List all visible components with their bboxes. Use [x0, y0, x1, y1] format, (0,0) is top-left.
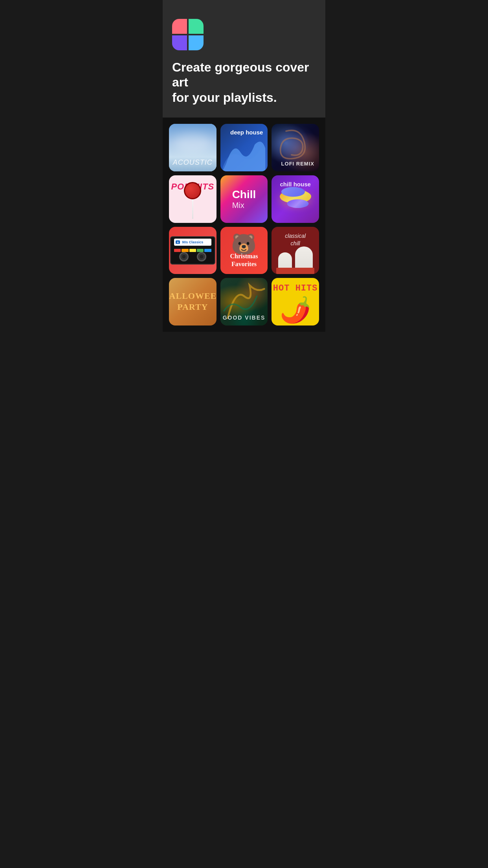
- cover-art-grid: ACOUSTIC deep house LOFI REMIX POP HITS: [163, 118, 325, 332]
- orb-blue: [287, 199, 308, 208]
- deep-house-label: deep house: [230, 129, 263, 136]
- orbs-container: [272, 175, 319, 223]
- chill-mix-label: Chill Mix: [232, 188, 256, 210]
- busts-area: [272, 243, 319, 274]
- halloween-label: HALLOWEENPARTY: [169, 291, 216, 313]
- card-90s-classics[interactable]: 90s Classics: [169, 227, 216, 274]
- orb-purple-top: [281, 187, 305, 197]
- headline-line1: Create gorgeous cover art: [172, 60, 309, 89]
- good-vibes-label: GOOD VIBES: [220, 314, 268, 321]
- page-title: Create gorgeous cover art for your playl…: [172, 60, 316, 105]
- cassette-wrapper: 90s Classics: [169, 227, 216, 274]
- header-section: Create gorgeous cover art for your playl…: [163, 0, 325, 118]
- icon-cell-pink: [172, 19, 187, 34]
- chill-title: Chill: [232, 188, 256, 201]
- icon-cell-purple: [172, 35, 187, 50]
- card-deep-house[interactable]: deep house: [220, 124, 268, 171]
- chili-icon: 🌶️: [280, 297, 311, 322]
- bust-platform: [276, 268, 314, 274]
- bear-icon: 🐻: [231, 234, 257, 254]
- lofi-label: LOFI REMIX: [281, 161, 314, 167]
- lollipop-icon: [184, 182, 201, 219]
- christmas-label: Christmas Favorites: [220, 252, 268, 269]
- icon-cell-blue: [189, 35, 204, 50]
- mix-subtitle: Mix: [232, 201, 256, 210]
- acoustic-label: ACOUSTIC: [169, 154, 216, 171]
- card-acoustic[interactable]: ACOUSTIC: [169, 124, 216, 171]
- lollipop-stick: [192, 199, 193, 219]
- hot-hits-label: HOT HITS: [272, 283, 319, 293]
- cassette: 90s Classics: [170, 236, 215, 265]
- headline-line2: for your playlists.: [172, 90, 277, 105]
- card-hot-hits[interactable]: HOT HITS 🌶️: [272, 278, 319, 326]
- reel-left: [179, 252, 189, 261]
- cassette-label: 90s Classics: [174, 239, 211, 246]
- card-halloween[interactable]: HALLOWEENPARTY: [169, 278, 216, 326]
- card-lofi-remix[interactable]: LOFI REMIX: [272, 124, 319, 171]
- card-good-vibes[interactable]: GOOD VIBES: [220, 278, 268, 326]
- card-pop-hits[interactable]: POP HITS: [169, 175, 216, 223]
- cassette-stripes: [174, 249, 211, 252]
- lollipop-head: [184, 182, 201, 199]
- card-chill-mix[interactable]: Chill Mix: [220, 175, 268, 223]
- card-classical-chill[interactable]: classical chill: [272, 227, 319, 274]
- app-icon: [172, 19, 204, 50]
- icon-cell-green: [189, 19, 204, 34]
- card-chill-house[interactable]: chill house: [272, 175, 319, 223]
- reel-right: [197, 252, 206, 261]
- cassette-reels: [171, 252, 215, 261]
- card-christmas[interactable]: 🐻 Christmas Favorites: [220, 227, 268, 274]
